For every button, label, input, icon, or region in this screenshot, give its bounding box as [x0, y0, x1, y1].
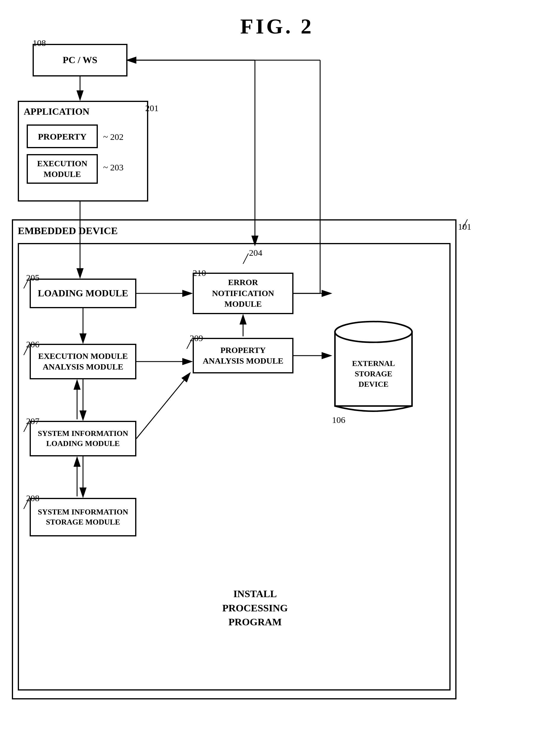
sysinfo-loading-box: SYSTEM INFORMATIONLOADING MODULE: [30, 421, 136, 456]
exec-analysis-label: EXECUTION MODULEANALYSIS MODULE: [38, 351, 128, 372]
loading-module-label: LOADING MODULE: [38, 287, 128, 300]
svg-point-1: [335, 322, 412, 342]
ref-203: ~ 203: [103, 162, 124, 172]
ref-210: 210: [193, 268, 206, 278]
ref-201: 201: [145, 103, 159, 113]
property-label: PROPERTY: [38, 131, 87, 142]
ref-108: 108: [33, 38, 46, 48]
svg-text:STORAGE: STORAGE: [355, 369, 392, 378]
loading-module-box: LOADING MODULE: [30, 279, 136, 308]
ref-206-curve: ╱: [24, 345, 29, 355]
ref-202: ~ 202: [103, 132, 124, 142]
ref-205-curve: ╱: [24, 278, 29, 288]
figure-title: FIG. 2: [0, 14, 554, 39]
application-box: APPLICATION: [18, 101, 148, 201]
ref-207-curve: ╱: [24, 421, 29, 432]
prop-analysis-box: PROPERTYANALYSIS MODULE: [193, 338, 293, 373]
exec-module-app-label: EXECUTIONMODULE: [37, 158, 88, 180]
error-notif-label: ERRORNOTIFICATIONMODULE: [212, 277, 274, 309]
ref-208-curve: ╱: [24, 499, 29, 509]
sysinfo-loading-label: SYSTEM INFORMATIONLOADING MODULE: [38, 428, 128, 449]
pcws-box: PC / WS: [33, 44, 127, 76]
install-label: INSTALLPROCESSINGPROGRAM: [222, 587, 288, 629]
exec-analysis-box: EXECUTION MODULEANALYSIS MODULE: [30, 344, 136, 379]
ref-204: 204: [249, 248, 262, 258]
property-box: PROPERTY: [27, 124, 98, 148]
ref-204-curve: ╱: [243, 253, 248, 264]
ref-101-line: ╱: [462, 219, 467, 229]
prop-analysis-label: PROPERTYANALYSIS MODULE: [203, 345, 283, 366]
sysinfo-storage-label: SYSTEM INFORMATIONSTORAGE MODULE: [38, 507, 128, 527]
pcws-label: PC / WS: [63, 54, 98, 66]
svg-text:EXTERNAL: EXTERNAL: [352, 359, 395, 368]
error-notif-box: ERRORNOTIFICATIONMODULE: [193, 273, 293, 314]
exec-module-app-box: EXECUTIONMODULE: [27, 154, 98, 184]
svg-text:DEVICE: DEVICE: [358, 380, 388, 389]
external-storage-cylinder: EXTERNAL STORAGE DEVICE: [332, 314, 415, 415]
ref-106: 106: [332, 415, 345, 425]
sysinfo-storage-box: SYSTEM INFORMATIONSTORAGE MODULE: [30, 498, 136, 536]
embedded-label: EMBEDDED DEVICE: [18, 225, 118, 236]
diagram-container: FIG. 2 PC / WS 108 APPLICATION 201 PROPE…: [0, 0, 554, 756]
application-label: APPLICATION: [24, 106, 90, 118]
ref-209-curve: ╱: [187, 338, 192, 349]
